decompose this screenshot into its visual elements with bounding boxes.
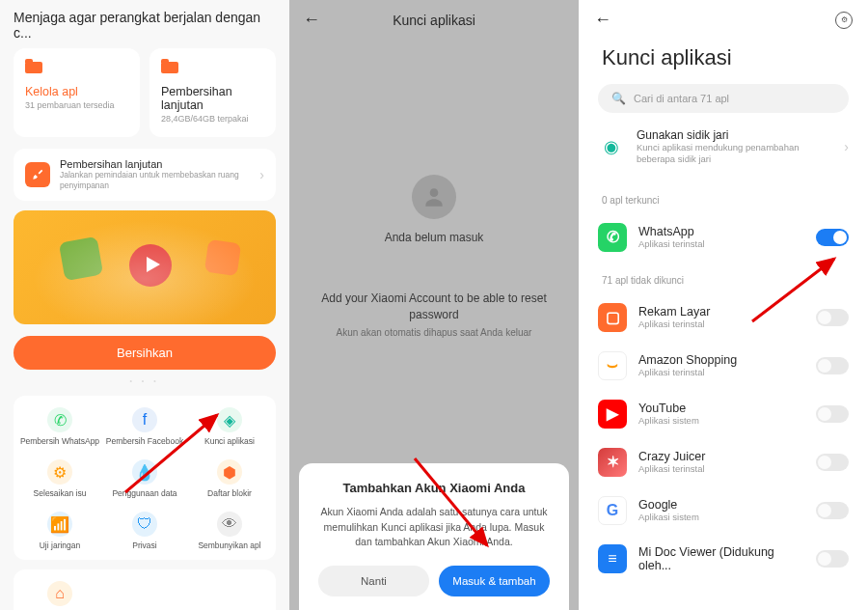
card2-title: Pembersihan lanjutan	[161, 85, 264, 112]
panel2-title: Kunci aplikasi	[303, 13, 565, 28]
app-row-amazon: ⌣ Amazon ShoppingAplikasi terinstal	[579, 342, 868, 390]
tool-data-usage[interactable]: 💧Penggunaan data	[102, 459, 187, 498]
toggle-amazon[interactable]	[816, 357, 849, 374]
fingerprint-row[interactable]: ◉ Gunakan sidik jari Kunci aplikasi mend…	[579, 113, 868, 181]
card2-sub: 28,4GB/64GB terpakai	[161, 114, 264, 124]
svg-point-1	[430, 188, 439, 197]
deep-clean-card[interactable]: Pembersihan lanjutan 28,4GB/64GB terpaka…	[149, 48, 276, 137]
unlocked-section-label: 71 apl tidak dikunci	[579, 262, 868, 293]
gear-icon[interactable]: ⚙	[835, 12, 853, 29]
shield-icon: ◈	[217, 407, 242, 432]
tool-facebook-cleaner[interactable]: fPembersih Facebook	[102, 407, 187, 446]
fingerprint-icon: ◉	[598, 133, 625, 160]
add-account-text: Add your Xiaomi Account to be able to re…	[318, 291, 550, 323]
panel1-header: Menjaga agar perangkat berjalan dengan c…	[0, 0, 289, 48]
recorder-app-icon: ▢	[598, 303, 627, 332]
block-icon: ⬢	[217, 459, 242, 485]
login-button[interactable]: Masuk & tambah	[439, 566, 550, 596]
search-input[interactable]: 🔍 Cari di antara 71 apl	[598, 84, 849, 113]
app-row-whatsapp: ✆ WhatsAppAplikasi terinstal	[579, 213, 868, 262]
fingerprint-sub: Kunci aplikasi mendukung penambahan bebe…	[637, 142, 832, 166]
wifi-icon: 📶	[47, 512, 72, 537]
midoc-app-icon: ≡	[598, 544, 627, 573]
avatar-placeholder	[412, 175, 456, 219]
youtube-app-icon: ▶	[598, 400, 627, 429]
chevron-right-icon: ›	[844, 139, 849, 154]
security-panel: Menjaga agar perangkat berjalan dengan c…	[0, 0, 289, 610]
toggle-google[interactable]	[816, 502, 849, 519]
toggle-midoc[interactable]	[816, 550, 849, 568]
panel3-header: ← ⚙	[579, 0, 868, 40]
banner-sub: Jalankan pemindaian untuk membebaskan ru…	[60, 170, 250, 191]
card1-sub: 31 pembaruan tersedia	[25, 100, 128, 110]
tool-earthquake[interactable]: ⌂Peringatan gempa	[17, 581, 102, 610]
clean-banner[interactable]: Pembersihan lanjutan Jalankan pemindaian…	[14, 149, 276, 201]
earthquake-icon: ⌂	[47, 581, 72, 606]
toggle-juicer[interactable]	[816, 454, 849, 471]
locked-section-label: 0 apl terkunci	[579, 181, 868, 213]
google-app-icon: G	[598, 496, 627, 525]
top-cards: Kelola apl 31 pembaruan tersedia Pembers…	[0, 48, 289, 137]
account-panel: ← Kunci aplikasi Anda belum masuk Add yo…	[289, 0, 579, 610]
app-row-screen-recorder: ▢ Rekam LayarAplikasi terinstal	[579, 293, 868, 342]
eye-off-icon: 👁	[217, 512, 242, 537]
toggle-youtube[interactable]	[816, 405, 849, 423]
search-icon: 🔍	[611, 92, 626, 105]
chevron-right-icon: ›	[259, 167, 264, 182]
clean-button[interactable]: Bersihkan	[14, 336, 276, 370]
tool-whatsapp-cleaner[interactable]: ✆Pembersih WhatsApp	[17, 407, 102, 446]
facebook-icon: f	[132, 407, 157, 432]
folder-icon	[25, 62, 42, 73]
later-button[interactable]: Nanti	[318, 566, 429, 596]
auto-delete-text: Akun akan otomatis dihapus saat Anda kel…	[289, 327, 579, 338]
juicer-app-icon: ✶	[598, 448, 627, 477]
tool-blocklist[interactable]: ⬢Daftar blokir	[187, 459, 272, 498]
panel3-title: Kunci aplikasi	[579, 40, 868, 84]
page-dots: • • •	[0, 370, 289, 392]
tools-grid: ✆Pembersih WhatsApp fPembersih Facebook …	[14, 396, 276, 560]
wrench-icon: ⚙	[47, 459, 72, 485]
app-row-midoc: ≡ Mi Doc Viewer (Didukung oleh...	[579, 535, 868, 583]
back-button[interactable]: ←	[594, 10, 611, 30]
amazon-app-icon: ⌣	[598, 351, 627, 380]
tool-resolve-issues[interactable]: ⚙Selesaikan isu	[17, 459, 102, 498]
add-account-modal: Tambahkan Akun Xiaomi Anda Akun Xiaomi A…	[299, 463, 569, 610]
modal-body: Akun Xiaomi Anda adalah satu-satunya car…	[318, 505, 550, 550]
broom-icon	[25, 162, 50, 187]
whatsapp-app-icon: ✆	[598, 223, 627, 252]
tool-network-test[interactable]: 📶Uji jaringan	[17, 512, 102, 550]
app-row-crazy-juicer: ✶ Crazy JuicerAplikasi terinstal	[579, 438, 868, 486]
modal-title: Tambahkan Akun Xiaomi Anda	[318, 481, 550, 495]
app-row-youtube: ▶ YouTubeAplikasi sistem	[579, 390, 868, 438]
fingerprint-title: Gunakan sidik jari	[637, 128, 832, 142]
search-placeholder: Cari di antara 71 apl	[634, 93, 729, 104]
tool-hide-apps[interactable]: 👁Sembunyikan apl	[187, 512, 272, 550]
card1-title: Kelola apl	[25, 85, 128, 98]
whatsapp-icon: ✆	[47, 407, 72, 432]
tool-app-lock[interactable]: ◈Kunci aplikasi	[187, 407, 272, 446]
applock-panel: ← ⚙ Kunci aplikasi 🔍 Cari di antara 71 a…	[579, 0, 868, 610]
manage-apps-card[interactable]: Kelola apl 31 pembaruan tersedia	[14, 48, 140, 137]
tools-grid-2: ⌂Peringatan gempa	[14, 569, 276, 610]
promo-image	[14, 210, 276, 324]
privacy-icon: 🛡	[132, 512, 157, 537]
toggle-whatsapp[interactable]	[816, 229, 849, 246]
panel2-header: ← Kunci aplikasi	[289, 0, 579, 40]
toggle-recorder[interactable]	[816, 309, 849, 326]
drop-icon: 💧	[132, 459, 157, 485]
tool-privacy[interactable]: 🛡Privasi	[102, 512, 187, 550]
banner-title: Pembersihan lanjutan	[60, 158, 250, 170]
folder-icon	[161, 62, 178, 73]
signin-status: Anda belum masuk	[289, 231, 579, 244]
app-row-google: G GoogleAplikasi sistem	[579, 486, 868, 535]
